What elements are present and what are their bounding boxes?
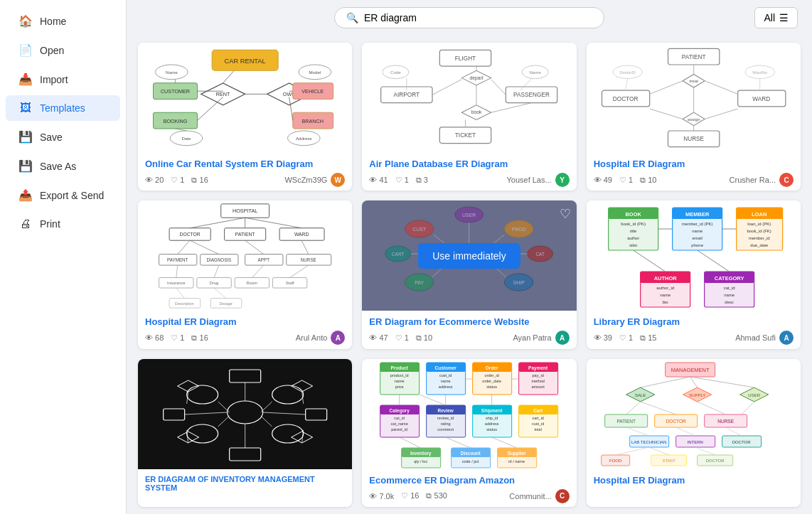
svg-line-272 (446, 437, 471, 448)
card-thumbnail (138, 359, 352, 469)
sidebar-item-save[interactable]: 💾 Save (6, 124, 120, 150)
svg-line-46 (491, 103, 532, 112)
card-info: Air Plane Database ER Diagram 👁 41 ♡ 1 ⧉… (362, 153, 576, 191)
card-title: ER DIAGRAM OF INVENTORY MANAGEMENT SYSTE… (145, 475, 345, 492)
svg-text:RENT: RENT (216, 91, 230, 97)
view-stat: 👁 41 (369, 176, 388, 184)
header: 🔍 All ☰ (127, 0, 812, 36)
card-library[interactable]: BOOK book_id (PK) title author isbn MEMB… (587, 200, 801, 348)
filter-button[interactable]: All ☰ (754, 7, 798, 28)
author-avatar: Y (555, 173, 570, 187)
svg-text:cat_id: cat_id (723, 286, 734, 290)
svg-line-193 (218, 402, 230, 412)
card-thumbnail: Product product_id name price Customer c… (362, 359, 576, 469)
svg-text:BRANCH: BRANCH (301, 118, 323, 124)
svg-line-109 (245, 218, 301, 229)
svg-text:PAYMENT: PAYMENT (167, 258, 188, 263)
sidebar-item-save-as[interactable]: 💾 Save As (6, 153, 120, 179)
card-info: Hospital ER Diagram 👁 49 ♡ 1 ⧉ 10 Crushe… (587, 153, 801, 191)
svg-line-67 (649, 81, 683, 95)
card-stats: 👁 20 ♡ 1 ⧉ 16 (145, 176, 208, 185)
svg-text:INTERN: INTERN (687, 440, 703, 444)
main-content: 🔍 All ☰ CAR RENTAL RENT OWN (127, 0, 812, 514)
use-immediately-button[interactable]: Use immediately (418, 243, 520, 269)
sidebar-item-import[interactable]: 📥 Import (6, 66, 120, 92)
svg-text:DOCTOR: DOCTOR (732, 440, 751, 444)
svg-text:APPT: APPT (258, 258, 270, 263)
author-name: WScZm39G (284, 176, 327, 184)
view-stat: 👁 39 (594, 333, 612, 342)
sidebar-item-open[interactable]: 📄 Open (6, 37, 120, 63)
import-icon: 📥 (18, 73, 33, 86)
svg-line-116 (252, 265, 263, 277)
svg-text:NURSE: NURSE (717, 419, 734, 424)
svg-line-43 (491, 80, 506, 95)
search-input[interactable] (364, 12, 592, 23)
svg-text:AIRPORT: AIRPORT (394, 92, 420, 98)
favorite-button[interactable]: ♡ (560, 206, 571, 222)
svg-line-194 (261, 402, 272, 412)
svg-text:Customer: Customer (435, 365, 457, 370)
svg-text:WardNo: WardNo (752, 70, 767, 75)
svg-line-200 (263, 412, 306, 414)
card-info: Hospital ER Diagram (587, 469, 801, 495)
svg-text:author_id: author_id (656, 286, 674, 290)
er-diagram-hospital1: PATIENT DOCTOR WARD NURSE treat assign (587, 43, 801, 153)
svg-line-118 (176, 288, 185, 299)
svg-text:STAFF: STAFF (662, 459, 675, 463)
sidebar-item-home[interactable]: 🏠 Home (6, 8, 120, 34)
svg-text:DIAGNOSIS: DIAGNOSIS (206, 258, 231, 263)
print-icon: 🖨 (18, 218, 33, 230)
card-inventory[interactable]: ER DIAGRAM OF INVENTORY MANAGEMENT SYSTE… (138, 359, 352, 507)
svg-line-311 (695, 447, 715, 455)
card-car-rental[interactable]: CAR RENTAL RENT OWN CUSTOMER BOOKING VEH… (138, 43, 352, 191)
svg-line-113 (301, 241, 309, 255)
card-title: Hospital ER Diagram (594, 159, 794, 169)
svg-text:due_date: due_date (750, 243, 769, 247)
card-hospital-3[interactable]: MANAGEMENT SALE SUPPLY USER PATIENT DOCT… (587, 359, 801, 507)
search-bar[interactable]: 🔍 (334, 7, 604, 28)
sidebar-item-templates[interactable]: 🖼 Templates (6, 95, 120, 121)
sidebar-item-export-send[interactable]: 📤 Export & Send (6, 182, 120, 208)
home-icon: 🏠 (18, 14, 33, 28)
author-avatar: A (331, 331, 345, 345)
svg-line-68 (705, 81, 738, 95)
svg-line-107 (190, 218, 245, 229)
author-name: Communit... (509, 492, 551, 500)
er-diagram-amazon: Product product_id name price Customer c… (362, 359, 576, 469)
svg-text:NURSE: NURSE (301, 258, 316, 263)
svg-text:cat_id: cat_id (395, 416, 405, 420)
card-title: Online Car Rental System ER Diagram (145, 159, 345, 169)
svg-text:amount: amount (532, 385, 545, 389)
author-area: Ayan Patra A (513, 331, 569, 345)
svg-line-19 (223, 70, 235, 83)
svg-text:name: name (692, 229, 703, 233)
author-area: WScZm39G W (284, 173, 345, 187)
svg-text:isbn: isbn (629, 243, 637, 247)
filter-label: All (764, 12, 775, 23)
svg-text:DOCTOR: DOCTOR (666, 419, 685, 424)
card-ecommerce[interactable]: ORDER CUST PROD PAY SHIP USER CART CAT (362, 200, 576, 348)
svg-text:Discount: Discount (461, 451, 481, 456)
card-hospital-2[interactable]: HOSPITAL DOCTOR PATIENT WARD PAYMENT DIA… (138, 200, 352, 348)
card-title: Air Plane Database ER Diagram (369, 159, 569, 169)
svg-line-308 (675, 427, 695, 436)
svg-text:name: name (441, 379, 451, 383)
author-area: Communit... C (509, 489, 569, 503)
svg-text:status: status (487, 385, 498, 389)
svg-line-271 (400, 437, 421, 448)
svg-text:Product: Product (391, 365, 409, 370)
svg-text:USER: USER (748, 393, 760, 397)
svg-text:Staff: Staff (286, 282, 294, 286)
card-ecommerce-amazon[interactable]: Product product_id name price Customer c… (362, 359, 576, 507)
card-meta: 👁 7.0k ♡ 16 ⧉ 530 Communit... C (369, 489, 569, 503)
card-airplane[interactable]: FLIGHT AIRPORT PASSENGER TICKET depart b… (362, 43, 576, 191)
svg-line-42 (432, 80, 461, 95)
svg-text:PASSENGER: PASSENGER (513, 92, 550, 98)
svg-text:FLIGHT: FLIGHT (455, 55, 476, 62)
svg-text:member_id: member_id (748, 236, 769, 240)
card-thumbnail: FLIGHT AIRPORT PASSENGER TICKET depart b… (362, 43, 576, 153)
card-title: Hospital ER Diagram (594, 475, 794, 486)
card-hospital-1[interactable]: PATIENT DOCTOR WARD NURSE treat assign (587, 43, 801, 191)
sidebar-item-print[interactable]: 🖨 Print (6, 211, 120, 237)
